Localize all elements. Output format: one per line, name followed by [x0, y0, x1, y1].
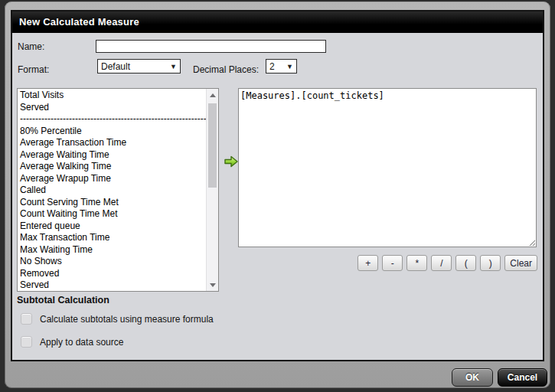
apply-data-source-checkbox-label: Apply to data source: [40, 337, 123, 348]
decimal-places-select[interactable]: 2 ▼: [266, 59, 297, 74]
operator-button[interactable]: ): [480, 255, 501, 271]
list-item[interactable]: Average Waiting Time: [18, 149, 207, 162]
operator-button[interactable]: Clear: [504, 255, 537, 271]
arrow-up-icon: [210, 93, 216, 97]
list-item[interactable]: Called: [18, 185, 207, 197]
subtotal-calculation-heading: Subtotal Calculation: [17, 295, 109, 305]
scroll-down-button[interactable]: [207, 279, 218, 291]
format-select-value: Default: [101, 61, 130, 72]
list-item[interactable]: Total Visits: [18, 90, 207, 102]
list-item[interactable]: ----------------------------------------…: [18, 113, 207, 126]
scrollbar-thumb[interactable]: [208, 103, 217, 188]
list-item[interactable]: Served: [18, 102, 207, 114]
list-item[interactable]: Served: [18, 279, 207, 291]
apply-data-source-checkbox-row: Apply to data source: [21, 336, 123, 348]
dialog-content: Name: Format: Default ▼ Decimal Places: …: [12, 33, 543, 358]
operator-button[interactable]: -: [382, 255, 403, 271]
list-item[interactable]: No Shows: [18, 256, 207, 268]
measures-listbox: Total VisitsServed----------------------…: [17, 88, 219, 292]
measures-list: Total VisitsServed----------------------…: [18, 90, 207, 291]
list-scrollbar[interactable]: [206, 89, 218, 291]
format-select[interactable]: Default ▼: [97, 59, 181, 74]
arrow-down-icon: [210, 283, 216, 287]
operator-button[interactable]: (: [455, 255, 476, 271]
decimal-places-label: Decimal Places:: [193, 64, 259, 75]
subtotal-formula-checkbox[interactable]: [21, 313, 32, 325]
screen: New Calculated Measure Name: Format: Def…: [0, 0, 555, 392]
subtotal-formula-checkbox-label: Calculate subtotals using measure formul…: [40, 314, 214, 325]
operator-button[interactable]: *: [406, 255, 427, 271]
list-item[interactable]: Max Waiting Time: [18, 244, 207, 256]
name-input[interactable]: [96, 40, 326, 53]
list-item[interactable]: Removed: [18, 268, 207, 280]
operator-button[interactable]: +: [357, 255, 378, 271]
dialog-frame: New Calculated Measure Name: Format: Def…: [5, 2, 550, 388]
format-label: Format:: [18, 64, 49, 75]
add-measure-arrow-button[interactable]: [224, 155, 239, 168]
apply-data-source-checkbox[interactable]: [21, 336, 32, 348]
dialog-title: New Calculated Measure: [19, 16, 139, 28]
list-item[interactable]: Average Transaction Time: [18, 137, 207, 149]
list-item[interactable]: Average Walking Time: [18, 161, 207, 173]
list-item[interactable]: Average Wrapup Time: [18, 173, 207, 185]
formula-textarea[interactable]: [Measures].[count_tickets]: [238, 88, 537, 247]
decimal-places-value: 2: [269, 61, 275, 72]
chevron-down-icon: ▼: [286, 63, 293, 70]
green-arrow-right-icon: [224, 155, 239, 168]
list-item[interactable]: Count Serving Time Met: [18, 197, 207, 209]
list-item[interactable]: Count Waiting Time Met: [18, 208, 207, 220]
list-item[interactable]: Entered queue: [18, 220, 207, 233]
list-item[interactable]: Max Transaction Time: [18, 232, 207, 244]
cancel-button[interactable]: Cancel: [498, 368, 547, 387]
operator-button-row: +-*/()Clear: [357, 255, 537, 271]
new-calculated-measure-dialog: New Calculated Measure Name: Format: Def…: [11, 10, 544, 361]
dialog-titlebar[interactable]: New Calculated Measure: [12, 11, 543, 33]
list-item[interactable]: 80% Percentile: [18, 126, 207, 138]
subtotal-formula-checkbox-row: Calculate subtotals using measure formul…: [21, 313, 214, 325]
ok-button[interactable]: OK: [452, 368, 493, 387]
operator-button[interactable]: /: [431, 255, 452, 271]
name-label: Name:: [18, 41, 44, 52]
chevron-down-icon: ▼: [170, 63, 177, 70]
scroll-up-button[interactable]: [207, 89, 218, 101]
